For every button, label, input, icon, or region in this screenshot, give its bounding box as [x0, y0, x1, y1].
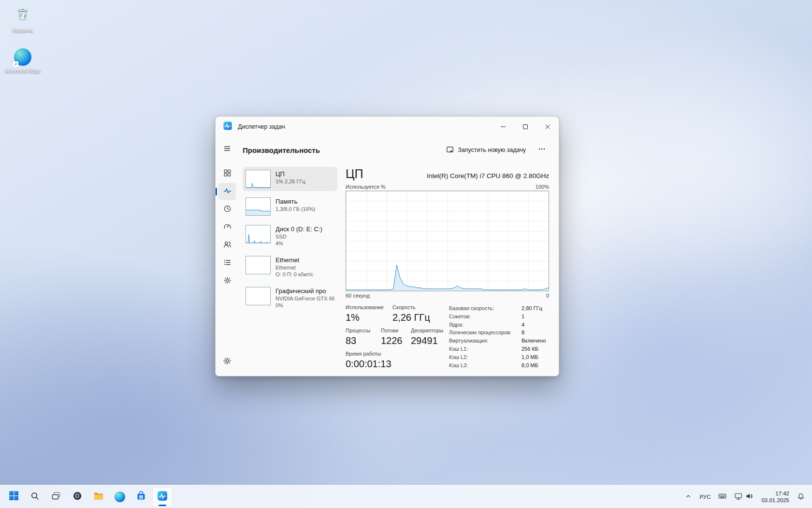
task-manager-taskbar-button[interactable]	[153, 487, 172, 507]
more-options-button[interactable]	[535, 143, 549, 157]
folder-icon	[93, 491, 104, 503]
window-title: Диспетчер задач	[238, 123, 285, 130]
desktop-icon-microsoft-edge[interactable]: ↗ Microsoft Edge	[4, 48, 42, 74]
info-row: Ядра:4	[449, 321, 549, 329]
cpu-detail-panel: ЦП Intel(R) Core(TM) i7 CPU 860 @ 2.80GH…	[337, 163, 549, 370]
stat-uptime: Время работы 0:00:01:13	[346, 351, 392, 370]
perf-item-cpu[interactable]: ЦП 1% 2,26 ГГц	[243, 167, 337, 191]
edge-icon: ↗	[14, 48, 31, 66]
info-row: Сокетов:1	[449, 313, 549, 321]
desktop: Корзина ↗ Microsoft Edge Диспетчер задач	[0, 0, 812, 508]
keyboard-icon	[718, 492, 726, 501]
nav-settings-button[interactable]	[218, 353, 236, 371]
store-icon	[136, 491, 146, 503]
recycle-bin-icon	[14, 6, 31, 25]
nav-performance-button[interactable]	[218, 183, 236, 200]
page-title: Производительность	[243, 146, 320, 154]
start-button[interactable]	[4, 487, 23, 507]
taskbar: РУС 17:42 03.01.2025	[0, 485, 812, 508]
minimize-button[interactable]	[492, 117, 514, 137]
run-new-task-icon	[446, 146, 454, 155]
ethernet-mini-chart	[246, 256, 271, 274]
info-row: Виртуализация:Включено	[449, 337, 549, 345]
quick-settings-button[interactable]	[731, 487, 757, 507]
info-row: Кэш L3:8,0 МБ	[449, 361, 549, 370]
chart-y-axis-caption: Используется %	[346, 184, 386, 190]
settings-gear-icon	[223, 357, 232, 367]
stat-usage: Использование 1%	[346, 304, 392, 323]
nav-startup-apps-button[interactable]	[218, 219, 236, 236]
users-icon	[223, 240, 232, 251]
cpu-model: Intel(R) Core(TM) i7 CPU 860 @ 2.80GHz	[427, 172, 549, 179]
search-icon	[30, 491, 40, 503]
nav-app-history-button[interactable]	[218, 201, 236, 218]
clock-history-icon	[223, 205, 232, 215]
desktop-icon-label: Корзина	[13, 27, 33, 33]
perf-item-ethernet[interactable]: Ethernet Ethernet О: 0 П: 0 кбит/с	[243, 253, 337, 281]
maximize-button[interactable]	[514, 117, 536, 137]
shortcut-arrow-icon: ↗	[13, 61, 18, 67]
disk-mini-chart	[246, 225, 271, 243]
performance-pulse-icon	[223, 187, 232, 197]
windows-logo-icon	[9, 491, 19, 503]
cpu-stats: Использование 1% Скорость 2,26 ГГц	[346, 304, 446, 370]
ellipsis-icon	[538, 145, 546, 155]
search-button[interactable]	[25, 487, 44, 507]
task-manager-icon	[157, 491, 168, 503]
cpu-info: Базовая скорость:2,80 ГГц Сокетов:1 Ядра…	[446, 304, 549, 370]
edge-button[interactable]	[110, 487, 130, 507]
chart-y-axis-max: 100%	[536, 184, 549, 190]
details-list-icon	[223, 258, 232, 269]
info-row: Кэш L1:256 КБ	[449, 345, 549, 353]
processes-icon	[223, 169, 232, 179]
cpu-usage-chart	[346, 191, 549, 291]
close-button[interactable]	[536, 117, 559, 137]
run-new-task-button[interactable]: Запустить новую задачу	[441, 143, 531, 158]
memory-mini-chart	[246, 197, 271, 216]
stat-speed: Скорость 2,26 ГГц	[392, 304, 430, 323]
nav-users-button[interactable]	[218, 237, 236, 254]
date-label: 03.01.2025	[761, 497, 789, 504]
services-gear-icon	[223, 276, 232, 286]
cpu-section-title: ЦП	[346, 167, 363, 181]
performance-sidebar-list: ЦП 1% 2,26 ГГц Память 1,3/8,0 ГБ (16%)	[243, 163, 337, 370]
store-button[interactable]	[131, 487, 151, 507]
window-titlebar[interactable]: Диспетчер задач	[216, 117, 559, 137]
task-manager-window: Диспетчер задач	[215, 116, 559, 376]
gpu-mini-chart	[246, 287, 271, 305]
info-row: Логических процессоров:8	[449, 329, 549, 337]
clock[interactable]: 17:42 03.01.2025	[758, 487, 793, 507]
perf-item-memory[interactable]: Память 1,3/8,0 ГБ (16%)	[243, 194, 337, 219]
task-view-button[interactable]	[46, 487, 66, 507]
hidden-icons-button[interactable]	[682, 487, 695, 507]
chart-x-axis-right: 0	[546, 293, 549, 299]
nav-services-button[interactable]	[218, 272, 236, 290]
nav-processes-button[interactable]	[218, 165, 236, 182]
language-label: РУС	[699, 494, 710, 500]
chart-x-axis-left: 60 секунд	[346, 293, 370, 299]
run-new-task-label: Запустить новую задачу	[458, 147, 526, 153]
cpu-mini-chart	[246, 170, 271, 188]
file-explorer-button[interactable]	[89, 487, 108, 507]
notifications-button[interactable]	[794, 487, 808, 507]
bell-icon	[797, 493, 805, 501]
copilot-button[interactable]	[68, 487, 87, 507]
perf-item-gpu[interactable]: Графический про NVIDIA GeForce GTX 66 0%	[243, 284, 337, 312]
perf-item-disk0[interactable]: Диск 0 (D: E: C:) SSD 4%	[243, 222, 337, 250]
time-label: 17:42	[775, 490, 789, 497]
info-row: Базовая скорость:2,80 ГГц	[449, 304, 549, 313]
desktop-icon-label: Microsoft Edge	[5, 68, 40, 74]
stat-handles: Дескрипторы 29491	[411, 328, 443, 346]
touch-keyboard-button[interactable]	[715, 487, 730, 507]
nav-menu-button[interactable]	[218, 141, 236, 158]
stat-threads: Потоки 1226	[381, 328, 411, 346]
language-indicator[interactable]: РУС	[696, 487, 714, 507]
nav-rail	[216, 137, 239, 376]
edge-icon	[115, 492, 125, 502]
chevron-up-icon	[685, 493, 692, 501]
volume-icon	[745, 492, 754, 501]
stat-processes: Процессы 83	[346, 328, 381, 346]
task-manager-app-icon	[223, 121, 232, 132]
nav-details-button[interactable]	[218, 254, 236, 272]
desktop-icon-recycle-bin[interactable]: Корзина	[4, 6, 42, 33]
